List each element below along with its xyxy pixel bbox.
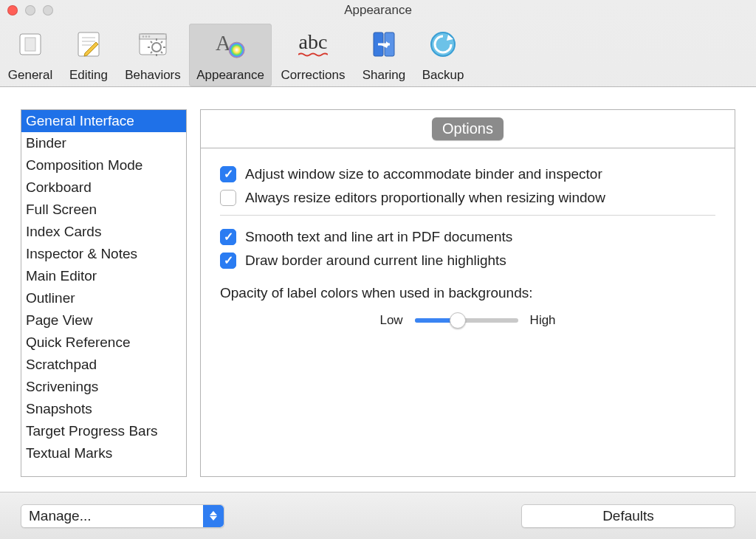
sharing-icon <box>368 28 400 61</box>
checkbox-adjust-window-size[interactable] <box>220 166 236 182</box>
chevron-up-down-icon <box>203 505 224 527</box>
sidebar-item-page-view[interactable]: Page View <box>21 309 186 332</box>
tab-backup-label: Backup <box>422 68 464 83</box>
editing-icon <box>72 28 105 61</box>
sidebar-item-textual-marks[interactable]: Textual Marks <box>21 442 186 464</box>
checkbox-row-adjust-window: Adjust window size to accommodate binder… <box>220 166 715 182</box>
sidebar-item-general-interface[interactable]: General Interface <box>21 110 186 132</box>
manage-dropdown-label: Manage... <box>21 508 99 524</box>
tab-editing[interactable]: Editing <box>61 24 117 86</box>
minimize-window-button[interactable] <box>25 5 35 16</box>
category-sidebar: General Interface Binder Composition Mod… <box>21 109 187 477</box>
tab-appearance[interactable]: A Appearance <box>189 24 272 86</box>
preferences-toolbar: General Editing Behaviors <box>0 21 756 87</box>
checkbox-row-resize-editors: Always resize editors proportionally whe… <box>220 190 715 206</box>
separator <box>220 215 715 216</box>
tab-general[interactable]: General <box>0 24 61 86</box>
svg-marker-31 <box>210 516 217 521</box>
sidebar-item-composition-mode[interactable]: Composition Mode <box>21 154 186 176</box>
tab-sharing[interactable]: Sharing <box>354 24 413 86</box>
sidebar-item-binder[interactable]: Binder <box>21 132 186 154</box>
sidebar-item-full-screen[interactable]: Full Screen <box>21 199 186 221</box>
checkbox-draw-border-label: Draw border around current line highligh… <box>245 253 506 269</box>
tab-corrections[interactable]: abc Corrections <box>272 24 354 86</box>
tab-sharing-label: Sharing <box>362 68 406 83</box>
svg-point-11 <box>148 35 150 37</box>
panel-tab-options[interactable]: Options <box>432 117 504 140</box>
options-panel: Options Adjust window size to accommodat… <box>200 109 735 477</box>
checkbox-smooth-pdf-label: Smooth text and line art in PDF document… <box>245 229 512 245</box>
content-area: General Interface Binder Composition Mod… <box>0 87 756 492</box>
checkbox-smooth-pdf[interactable] <box>220 229 236 245</box>
sidebar-item-index-cards[interactable]: Index Cards <box>21 221 186 243</box>
panel-body: Adjust window size to accommodate binder… <box>201 148 735 346</box>
sidebar-item-scrivenings[interactable]: Scrivenings <box>21 376 186 398</box>
corrections-icon: abc <box>297 28 329 61</box>
svg-line-19 <box>161 41 162 43</box>
tab-behaviors-label: Behaviors <box>125 68 181 83</box>
defaults-button[interactable]: Defaults <box>521 504 735 528</box>
sidebar-item-snapshots[interactable]: Snapshots <box>21 398 186 420</box>
svg-line-17 <box>151 41 152 43</box>
checkbox-adjust-window-size-label: Adjust window size to accommodate binder… <box>245 166 602 182</box>
close-window-button[interactable] <box>7 5 18 16</box>
svg-line-20 <box>151 52 152 53</box>
sidebar-item-target-progress-bars[interactable]: Target Progress Bars <box>21 420 186 442</box>
checkbox-resize-editors-label: Always resize editors proportionally whe… <box>245 190 605 206</box>
tab-appearance-label: Appearance <box>196 68 264 83</box>
general-icon <box>14 28 47 61</box>
svg-point-9 <box>142 35 144 37</box>
slider-thumb[interactable] <box>450 312 466 329</box>
slider-high-label: High <box>530 313 556 328</box>
behaviors-icon <box>137 28 169 61</box>
svg-point-10 <box>145 35 147 37</box>
tab-editing-label: Editing <box>69 68 108 83</box>
opacity-label: Opacity of label colors when used in bac… <box>220 285 715 301</box>
window-title: Appearance <box>0 3 756 18</box>
opacity-slider[interactable] <box>415 318 518 323</box>
manage-dropdown[interactable]: Manage... <box>21 504 224 528</box>
svg-rect-1 <box>25 38 35 51</box>
window-controls <box>7 5 53 16</box>
tab-behaviors[interactable]: Behaviors <box>117 24 189 86</box>
sidebar-item-corkboard[interactable]: Corkboard <box>21 176 186 199</box>
checkbox-draw-border[interactable] <box>220 253 236 269</box>
footer-bar: Manage... Defaults <box>0 492 756 539</box>
checkbox-resize-editors[interactable] <box>220 190 236 206</box>
slider-low-label: Low <box>379 313 402 328</box>
panel-tabbar: Options <box>201 110 735 148</box>
titlebar: Appearance <box>0 0 756 21</box>
checkbox-row-draw-border: Draw border around current line highligh… <box>220 253 715 269</box>
sidebar-item-quick-reference[interactable]: Quick Reference <box>21 332 186 354</box>
sidebar-item-scratchpad[interactable]: Scratchpad <box>21 354 186 376</box>
svg-marker-30 <box>210 511 217 515</box>
checkbox-row-smooth-pdf: Smooth text and line art in PDF document… <box>220 229 715 245</box>
svg-point-22 <box>229 42 244 58</box>
tab-backup[interactable]: Backup <box>413 24 472 86</box>
tab-corrections-label: Corrections <box>281 68 346 83</box>
sidebar-item-inspector-notes[interactable]: Inspector & Notes <box>21 243 186 265</box>
zoom-window-button[interactable] <box>43 5 53 16</box>
tab-general-label: General <box>8 68 52 83</box>
sidebar-item-outliner[interactable]: Outliner <box>21 287 186 309</box>
appearance-icon: A <box>214 28 247 61</box>
backup-icon <box>427 28 459 61</box>
svg-line-18 <box>161 52 162 53</box>
opacity-slider-row: Low High <box>220 313 715 328</box>
sidebar-item-main-editor[interactable]: Main Editor <box>21 265 186 287</box>
